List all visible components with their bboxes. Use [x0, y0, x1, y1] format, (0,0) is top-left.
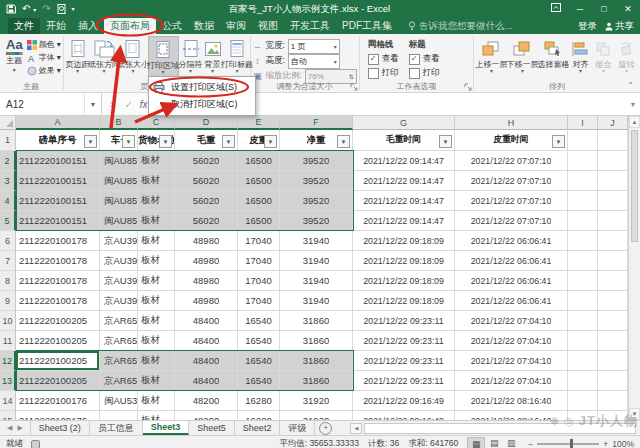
cell-H5[interactable]: 2021/12/22 07:07:10	[455, 211, 568, 231]
page-layout-view-icon[interactable]: ▤	[486, 437, 502, 448]
unchecked-checkbox-icon[interactable]	[409, 68, 420, 79]
cell-J12[interactable]	[598, 351, 628, 371]
cell-B9[interactable]: 京AU396	[100, 291, 138, 311]
row-header-8[interactable]: 8	[0, 271, 16, 291]
cell-A9[interactable]: 2112220100178	[16, 291, 100, 311]
cell-G5[interactable]: 2021/12/22 09:14:47	[353, 211, 455, 231]
button-bring-forward[interactable]: 上移一层▾	[476, 36, 507, 80]
button-print-area[interactable]: 打印区域▾	[148, 36, 179, 80]
row-header-15[interactable]: 15	[0, 411, 16, 420]
button-send-backward[interactable]: 下移一层▾	[507, 36, 538, 80]
cell-F5[interactable]: 39520	[280, 211, 353, 231]
cell-C12[interactable]: 板材	[138, 351, 175, 371]
row-header-12[interactable]: 12	[0, 351, 16, 371]
cell-F4[interactable]: 39520	[280, 191, 353, 211]
cell-I11[interactable]	[568, 331, 598, 351]
cell-C6[interactable]: 板材	[138, 231, 175, 251]
unchecked-checkbox-icon[interactable]	[368, 68, 379, 79]
undo-icon[interactable]: ↶ ▾	[22, 0, 36, 19]
column-header-B[interactable]: B	[100, 116, 138, 130]
cell-A13[interactable]: 2112220100205	[16, 371, 100, 391]
vertical-scroll-thumb[interactable]	[631, 130, 638, 242]
cell-F1[interactable]: 净重▼	[280, 130, 353, 151]
cell-G14[interactable]: 2021/12/22 09:16:49	[353, 391, 455, 411]
name-box[interactable]: A12	[0, 93, 85, 115]
cell-H11[interactable]: 2021/12/22 07:04:10	[455, 331, 568, 351]
cell-B11[interactable]: 京AR653	[100, 331, 138, 351]
cell-C5[interactable]: 板材	[138, 211, 175, 231]
row-header-13[interactable]: 13	[0, 371, 16, 391]
cell-A5[interactable]: 2112220100151	[16, 211, 100, 231]
sheet-tab-Sheet2[interactable]: Sheet2	[235, 421, 281, 435]
cell-E5[interactable]: 16500	[238, 211, 280, 231]
cell-B12[interactable]: 京AR653	[100, 351, 138, 371]
cell-G7[interactable]: 2021/12/22 09:18:09	[353, 251, 455, 271]
themes-button[interactable]: Aa 主题 ▾	[2, 36, 27, 80]
cell-I1[interactable]	[568, 130, 598, 151]
cell-J6[interactable]	[598, 231, 628, 251]
cell-H9[interactable]: 2021/12/22 06:06:41	[455, 291, 568, 311]
row-header-6[interactable]: 6	[0, 231, 16, 251]
filter-dropdown-icon[interactable]: ▼	[84, 135, 97, 148]
tab-9[interactable]: PDF工具集	[336, 18, 398, 34]
cell-G1[interactable]: 毛重时间▼	[353, 130, 455, 151]
cell-C14[interactable]: 板材	[138, 391, 175, 411]
menu-item-clear-print-area[interactable]: 取消打印区域(C)	[149, 96, 255, 113]
cell-I12[interactable]	[568, 351, 598, 371]
cell-F11[interactable]: 31860	[280, 331, 353, 351]
cell-H15[interactable]: 2021/12/22 08:16:40	[455, 411, 568, 420]
sheet-options-dialog-launcher-icon[interactable]	[464, 83, 472, 91]
sheet-tab-员工信息[interactable]: 员工信息	[90, 421, 143, 435]
cell-J8[interactable]	[598, 271, 628, 291]
row-header-9[interactable]: 9	[0, 291, 16, 311]
hscroll-left-icon[interactable]: ◀	[350, 423, 362, 434]
zoom-level[interactable]: 100%	[612, 439, 634, 448]
cell-H8[interactable]: 2021/12/22 06:06:41	[455, 271, 568, 291]
cell-F7[interactable]: 31940	[280, 251, 353, 271]
cell-J2[interactable]	[598, 151, 628, 171]
tell-me-box[interactable]: 告诉我您想要做什么...	[408, 18, 512, 34]
cell-F3[interactable]: 39520	[280, 171, 353, 191]
cell-C8[interactable]: 板材	[138, 271, 175, 291]
cell-I5[interactable]	[568, 211, 598, 231]
sheet-tab-Sheet3(2)[interactable]: Sheet3 (2)	[30, 421, 90, 435]
cell-C10[interactable]: 板材	[138, 311, 175, 331]
row-header-5[interactable]: 5	[0, 211, 16, 231]
themes-item-2[interactable]: 效果▾	[27, 64, 61, 77]
column-header-E[interactable]: E	[238, 116, 280, 130]
cell-D12[interactable]: 48400	[175, 351, 238, 371]
tab-8[interactable]: 开发工具	[284, 18, 336, 34]
cell-E7[interactable]: 17040	[238, 251, 280, 271]
column-header-A[interactable]: A	[16, 116, 100, 130]
cell-G3[interactable]: 2021/12/22 09:14:47	[353, 171, 455, 191]
cell-E9[interactable]: 17040	[238, 291, 280, 311]
cell-I15[interactable]	[568, 411, 598, 420]
cell-G12[interactable]: 2021/12/22 09:23:11	[353, 351, 455, 371]
cell-I3[interactable]	[568, 171, 598, 191]
sheet-next-icon[interactable]: ▶	[17, 424, 22, 432]
zoom-slider-thumb[interactable]	[570, 439, 573, 448]
cell-G10[interactable]: 2021/12/22 09:23:11	[353, 311, 455, 331]
cell-I10[interactable]	[568, 311, 598, 331]
cell-A14[interactable]: 2112220100176	[16, 391, 100, 411]
button-align[interactable]: 对齐▾	[569, 36, 592, 80]
cell-F15[interactable]: 31920	[280, 411, 353, 420]
filter-dropdown-icon[interactable]: ▼	[159, 135, 172, 148]
cell-F6[interactable]: 31940	[280, 231, 353, 251]
cell-A6[interactable]: 2112220100178	[16, 231, 100, 251]
page-break-view-icon[interactable]: ▥	[503, 437, 519, 448]
cell-I8[interactable]	[568, 271, 598, 291]
tab-6[interactable]: 审阅	[220, 18, 252, 34]
cell-B6[interactable]: 京AU396	[100, 231, 138, 251]
cell-E1[interactable]: 皮重▼	[238, 130, 280, 151]
cell-E13[interactable]: 16540	[238, 371, 280, 391]
collapse-ribbon-icon[interactable]: ⌃	[627, 81, 634, 90]
insert-function-icon[interactable]: fx	[140, 99, 148, 110]
tab-4[interactable]: 公式	[156, 18, 188, 34]
row-header-10[interactable]: 10	[0, 311, 16, 331]
cell-A7[interactable]: 2112220100178	[16, 251, 100, 271]
cell-H7[interactable]: 2021/12/22 06:06:41	[455, 251, 568, 271]
cell-A10[interactable]: 2112220100205	[16, 311, 100, 331]
column-header-C[interactable]: C	[138, 116, 175, 130]
cell-C11[interactable]: 板材	[138, 331, 175, 351]
